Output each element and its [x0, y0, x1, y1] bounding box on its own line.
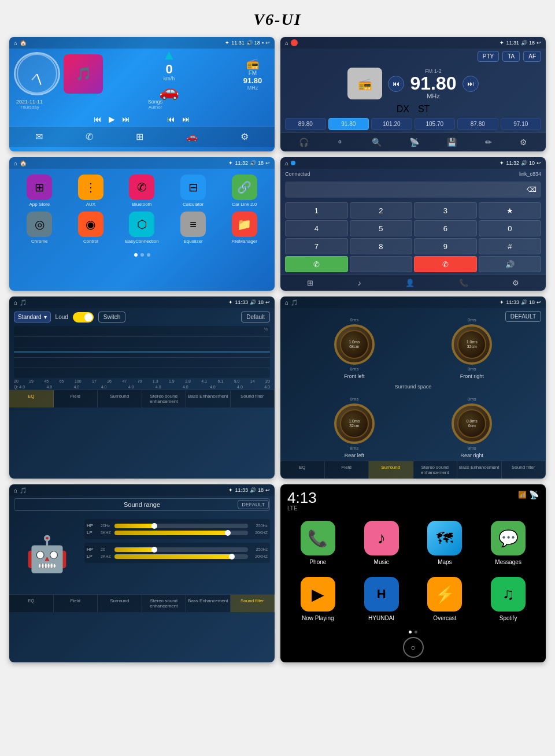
hp1-track[interactable] [114, 524, 248, 528]
fm-ctrl-save[interactable]: 💾 [447, 138, 457, 147]
dial-hash[interactable]: # [479, 238, 542, 254]
carplay-music[interactable]: ♪ Music [353, 521, 410, 565]
fm-ctrl-settings[interactable]: ⚙ [520, 138, 527, 147]
apps-icon2[interactable]: 🏠 [20, 160, 27, 166]
eq-preset-select[interactable]: Standard ▾ [14, 312, 51, 323]
dial-2[interactable]: 2 [350, 202, 413, 218]
app-easyconn[interactable]: ⬡ EasyConnection [119, 212, 165, 244]
sr-tab-surround[interactable]: Surround [98, 595, 142, 612]
dialer-music[interactable]: ♪ [357, 279, 361, 287]
dial-5[interactable]: 5 [350, 220, 413, 236]
preset-3[interactable]: 101.20 [371, 118, 412, 130]
sr-tab-filter[interactable]: Sound filter [231, 595, 275, 612]
lp2-track[interactable] [114, 554, 248, 559]
tab-filter[interactable]: Sound filter [231, 390, 275, 407]
nav-phone[interactable]: ✆ [86, 131, 93, 142]
surround-tab-eq[interactable]: EQ [280, 461, 325, 479]
dialer-back-icon[interactable]: ↩ [536, 160, 541, 166]
apps-back-icon[interactable]: ↩ [265, 160, 270, 166]
dot-3[interactable] [147, 253, 150, 257]
dial-call[interactable]: ✆ [285, 256, 348, 272]
prev-icon[interactable]: ⏮ [94, 114, 102, 124]
nav-car[interactable]: 🚗 [186, 131, 198, 142]
preset-6[interactable]: 97.10 [501, 118, 542, 130]
surround-tab-stereo[interactable]: Stereo sound enhancement [413, 461, 458, 479]
nav-settings[interactable]: ⚙ [240, 131, 249, 142]
app-aux[interactable]: ⋮ AUX [68, 175, 114, 207]
surround-knob-fl[interactable]: 1.0ms68cm [334, 324, 375, 365]
dial-vol[interactable]: 🔊 [479, 256, 542, 272]
lp1-track[interactable] [114, 531, 248, 535]
back-icon[interactable]: ↩ [265, 40, 270, 46]
surround-knob-fr[interactable]: 1.0ms32cm [452, 324, 492, 365]
preset-1[interactable]: 89.80 [285, 118, 326, 130]
sr-tab-eq[interactable]: EQ [9, 595, 54, 612]
dialer-settings[interactable]: ⚙ [512, 279, 519, 287]
dial-6[interactable]: 6 [414, 220, 477, 236]
carplay-phone[interactable]: 📞 Phone [289, 521, 347, 565]
tab-bass[interactable]: Bass Enhancement [186, 390, 231, 407]
app-chrome[interactable]: ◎ Chrome [16, 212, 63, 244]
dialer-calls[interactable]: 📞 [459, 279, 468, 287]
eq-back-icon[interactable]: ↩ [265, 299, 270, 305]
fm-next-icon[interactable]: ⏭ [182, 114, 190, 124]
app-control[interactable]: ◉ Control [68, 212, 114, 244]
dial-4[interactable]: 4 [285, 220, 348, 236]
play-icon[interactable]: ▶ [109, 114, 115, 124]
preset-5[interactable]: 87.80 [457, 118, 498, 130]
sr-back-icon[interactable]: ↩ [265, 487, 270, 493]
dot-2[interactable] [140, 253, 144, 257]
eq-default-button[interactable]: Default [241, 312, 270, 323]
dial-7[interactable]: 7 [285, 238, 348, 254]
hp2-thumb[interactable] [151, 547, 157, 553]
carplay-dot-2[interactable] [415, 631, 417, 633]
dial-end[interactable]: ✆ [414, 256, 477, 272]
fm-prev-icon[interactable]: ⏮ [167, 114, 175, 124]
fm-ctrl-toggle[interactable]: ⚬ [336, 138, 343, 147]
sr-tab-bass[interactable]: Bass Enhancement [186, 595, 231, 612]
home-icon[interactable]: ⌂ [14, 40, 17, 46]
fm-ctrl-edit[interactable]: ✏ [485, 138, 492, 147]
dot-1[interactable] [134, 253, 138, 257]
tab-surround[interactable]: Surround [98, 390, 142, 407]
tab-field[interactable]: Field [54, 390, 98, 407]
fm-ctrl-search[interactable]: 🔍 [372, 138, 382, 147]
dialer-contacts[interactable]: 👤 [405, 279, 415, 287]
hp2-track[interactable] [114, 547, 248, 552]
radio-back-icon[interactable]: ↩ [536, 40, 541, 46]
surround-back-icon[interactable]: ↩ [536, 299, 541, 305]
dialer-backspace[interactable]: ⌫ [527, 186, 536, 194]
eq-home-icon[interactable]: ⌂ [14, 299, 17, 306]
surround-home-icon[interactable]: ⌂ [285, 299, 288, 306]
song-widget[interactable]: 🎵 [64, 54, 103, 94]
dialer-input[interactable]: ⌫ [285, 181, 541, 198]
surround-default-label[interactable]: DEFAULT [505, 311, 541, 322]
nav-apps[interactable]: ⊞ [136, 131, 143, 142]
carplay-spotify[interactable]: ♫ Spotify [479, 577, 537, 621]
carplay-maps[interactable]: 🗺 Maps [416, 521, 474, 565]
dial-9[interactable]: 9 [414, 238, 477, 254]
carplay-messages[interactable]: 💬 Messages [479, 521, 537, 565]
house-icon[interactable]: 🏠 [20, 40, 27, 46]
surround-knob-rr[interactable]: 0.0ms0cm [452, 403, 492, 444]
app-filemanager[interactable]: 📁 FileManager [221, 212, 268, 244]
nav-msg[interactable]: ✉ [35, 131, 43, 142]
lp2-thumb[interactable] [229, 554, 235, 559]
app-appstore[interactable]: ⊞ App Store [16, 175, 63, 207]
dial-3[interactable]: 3 [414, 202, 477, 218]
next-icon[interactable]: ⏭ [122, 114, 130, 124]
sr-home-icon[interactable]: ⌂ [14, 487, 17, 494]
surround-tab-filter[interactable]: Sound filter [502, 461, 546, 479]
ta-button[interactable]: TA [502, 51, 520, 62]
carplay-home-button[interactable]: ○ [403, 637, 424, 658]
preset-2[interactable]: 91.80 [328, 118, 369, 130]
app-calculator[interactable]: ⊟ Calculator [170, 175, 217, 207]
app-equalizer[interactable]: ≡ Equalizer [170, 212, 217, 244]
app-bluetooth[interactable]: ✆ Bluetooth [119, 175, 165, 207]
sr-tab-stereo[interactable]: Stereo sound enhancement [142, 595, 187, 612]
sr-tab-field[interactable]: Field [54, 595, 98, 612]
carplay-overcast[interactable]: ⚡ Overcast [416, 577, 474, 621]
apps-home-icon[interactable]: ⌂ [14, 160, 17, 166]
dial-1[interactable]: 1 [285, 202, 348, 218]
pty-button[interactable]: PTY [478, 51, 499, 62]
